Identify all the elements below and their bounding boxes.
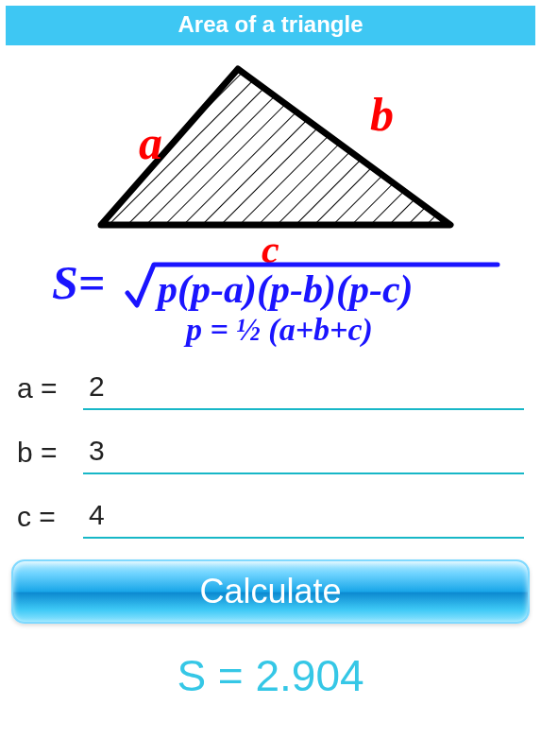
- formula-lhs: S=: [52, 256, 105, 309]
- label-b: b =: [17, 437, 83, 469]
- formula-radicand: p(p-a)(p-b)(p-c): [155, 267, 414, 312]
- inputs-section: a = b = c =: [17, 367, 524, 539]
- formula-sub: p = ½ (a+b+c): [183, 312, 373, 348]
- input-a[interactable]: [83, 367, 524, 410]
- input-row-c: c =: [17, 495, 524, 539]
- input-row-a: a =: [17, 367, 524, 410]
- herons-formula: S= p(p-a)(p-b)(p-c) p = ½ (a+b+c): [52, 256, 498, 348]
- input-row-b: b =: [17, 431, 524, 474]
- label-c: c =: [17, 501, 83, 533]
- side-b-label: b: [370, 88, 394, 141]
- triangle-diagram: a b c S= p(p-a)(p-b)(p-c) p = ½ (a+b+c): [35, 55, 507, 348]
- input-c[interactable]: [83, 495, 524, 539]
- side-a-label: a: [139, 116, 162, 169]
- label-a: a =: [17, 372, 83, 404]
- result-output: S = 2.904: [0, 650, 541, 701]
- input-b[interactable]: [83, 431, 524, 474]
- calculate-button[interactable]: Calculate: [11, 559, 530, 624]
- page-title: Area of a triangle: [6, 6, 535, 45]
